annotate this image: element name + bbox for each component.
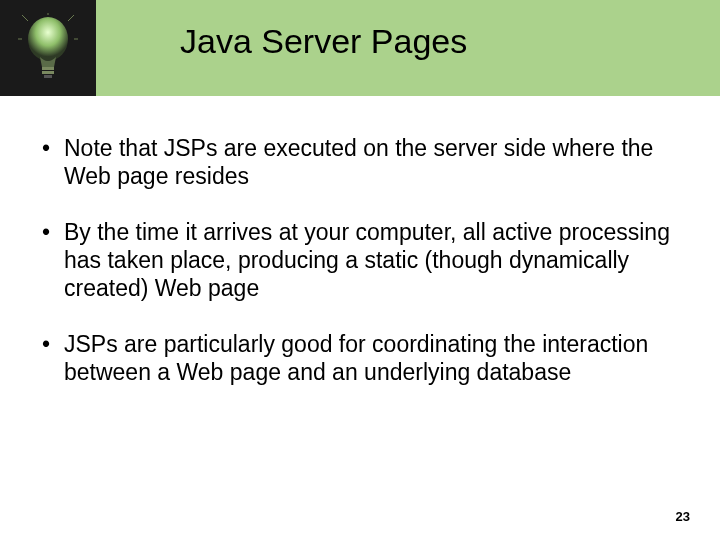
icon-box [0,0,96,96]
bullet-item: By the time it arrives at your computer,… [40,218,680,302]
svg-line-6 [68,15,74,21]
header-band: Java Server Pages [0,0,720,96]
svg-rect-1 [42,67,54,70]
slide-title: Java Server Pages [180,22,467,61]
svg-line-5 [22,15,28,21]
svg-rect-3 [44,75,52,78]
slide-content: Note that JSPs are executed on the serve… [0,96,720,386]
page-number: 23 [676,509,690,524]
bullet-list: Note that JSPs are executed on the serve… [40,134,680,386]
lightbulb-icon [18,13,78,83]
bullet-item: JSPs are particularly good for coordinat… [40,330,680,386]
bullet-item: Note that JSPs are executed on the serve… [40,134,680,190]
svg-point-0 [28,17,68,61]
svg-rect-2 [42,71,54,74]
